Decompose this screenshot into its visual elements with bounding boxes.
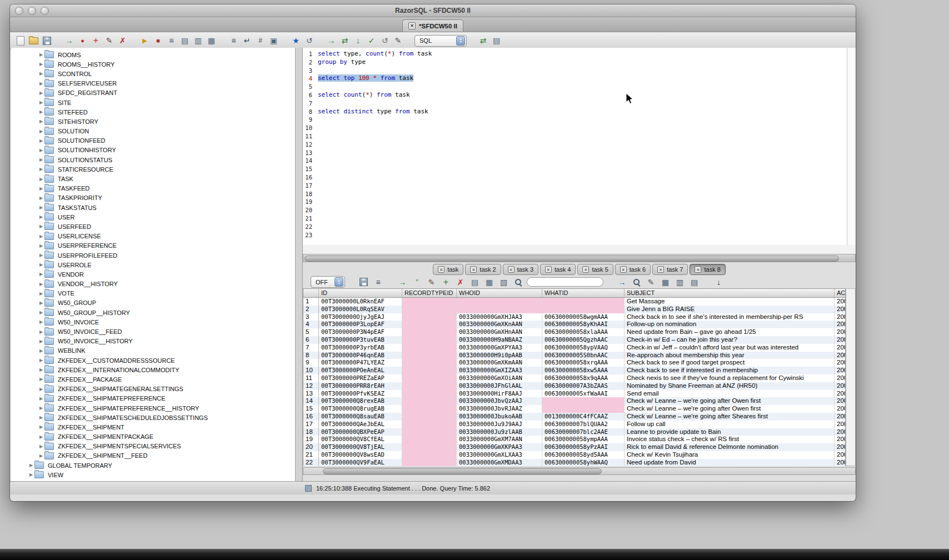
cell-ac[interactable]: 200 [835, 344, 845, 352]
tree-item-zkfedex__package[interactable]: ▶ZKFEDEX__PACKAGE [11, 374, 295, 384]
disclosure-triangle-icon[interactable]: ▶ [38, 253, 44, 258]
cell-ac[interactable]: 200 [835, 321, 845, 328]
edit-document-icon[interactable]: ✎ [392, 35, 404, 47]
result-tab-task-7[interactable]: ✕task 7 [652, 264, 688, 275]
cell-whoid[interactable]: 0033000000GmXM7AAN [457, 436, 542, 443]
cell-ac[interactable]: 200 [835, 443, 845, 451]
max-rows-select[interactable]: OFF▲▼ [311, 276, 345, 288]
close-result-tab-icon[interactable]: ✕ [470, 266, 477, 273]
cell-recordtypeid[interactable] [402, 405, 457, 413]
tree-item-zkfedex__shipmatepreference[interactable]: ▶ZKFEDEX__SHIPMATEPREFERENCE [11, 394, 295, 403]
tree-item-solutionfeed[interactable]: ▶SOLUTIONFEED [11, 136, 295, 146]
resubmit-icon[interactable]: ⇄ [339, 35, 351, 47]
cell-whoid[interactable]: 0033000000HirF8AAJ [457, 390, 542, 398]
cell-recordtypeid[interactable] [402, 352, 457, 359]
cell-recordtypeid[interactable] [402, 359, 457, 367]
save-results-icon[interactable] [358, 276, 369, 288]
cell-id[interactable]: 00T3000000L0RqSEAV [319, 306, 402, 313]
cell-whatid[interactable]: 006300000058xrqAAA [542, 359, 625, 367]
sql-mode-select[interactable]: SQL▲▼ [414, 35, 467, 47]
cell-id[interactable]: 00T3000000PRR8rEAH [319, 382, 402, 390]
tree-item-zkfedex__shipmatepreference__history[interactable]: ▶ZKFEDEX__SHIPMATEPREFERENCE__HISTORY [11, 403, 295, 413]
line-numbers-icon[interactable]: # [254, 35, 266, 47]
cell-recordtypeid[interactable] [402, 382, 457, 390]
cell-ac[interactable]: 200 [835, 328, 845, 336]
disclosure-triangle-icon[interactable]: ▶ [38, 243, 44, 248]
check-syntax-icon[interactable]: ✓ [366, 35, 377, 47]
cell-subject[interactable]: Leanne to provide update to Bain [625, 428, 835, 436]
sql-mode-select-stepper-icon[interactable]: ▲▼ [456, 36, 465, 46]
cell-id[interactable]: 00T3000000OjyJgEAJ [319, 313, 402, 321]
tree-item-selfserviceuser[interactable]: ▶SELFSERVICEUSER [11, 79, 295, 88]
tree-item-task[interactable]: ▶TASK [11, 174, 295, 183]
cell-id[interactable]: 00T3000000Q8sauEAB [319, 413, 402, 421]
open-file-icon[interactable] [28, 35, 39, 47]
cell-ac[interactable]: 200 [835, 451, 845, 459]
query-builder-icon[interactable]: ▣ [268, 35, 279, 47]
find-all-icon[interactable] [631, 276, 642, 288]
align-left-icon[interactable]: ≡ [228, 35, 239, 47]
cell-whoid[interactable]: 0033000000JbukoAAB [457, 413, 542, 421]
quote-values-icon[interactable]: " [411, 276, 423, 288]
cell-id[interactable]: 00T3000000POeAnEAL [319, 367, 402, 374]
tree-item-vote[interactable]: ▶VOTE [11, 289, 295, 298]
disclosure-triangle-icon[interactable]: ▶ [28, 472, 34, 477]
cell-whatid[interactable]: 00630000007blc2AAE [542, 428, 625, 436]
tree-item-solutionstatus[interactable]: ▶SOLUTIONSTATUS [11, 155, 295, 164]
tree-item-w50_invoice[interactable]: ▶W50_INVOICE [11, 317, 295, 327]
cell-whatid[interactable]: 006300000058xlaAAA [542, 328, 625, 336]
cell-recordtypeid[interactable] [402, 328, 457, 336]
cell-ac[interactable]: 200 [835, 313, 845, 321]
cell-whatid[interactable] [542, 298, 625, 306]
disclosure-triangle-icon[interactable]: ▶ [38, 62, 44, 67]
text-view-icon[interactable]: ▥ [674, 276, 686, 288]
cell-whatid[interactable] [542, 397, 625, 405]
cell-whoid[interactable]: 0033000000Ju9zlAAB [457, 428, 542, 436]
cell-id[interactable]: 00T3000000PREZaEAP [319, 374, 402, 382]
cell-ac[interactable]: 200 [835, 306, 845, 313]
copy-cell-icon[interactable]: ▤ [469, 276, 481, 288]
tree-item-global temporary[interactable]: ▶GLOBAL TEMPORARY [11, 461, 295, 470]
minimize-window-button[interactable] [28, 7, 36, 15]
tree-item-w50_invoice__history[interactable]: ▶W50_INVOICE__HISTORY [11, 337, 295, 346]
result-tab-task-5[interactable]: ✕task 5 [577, 264, 613, 275]
cell-ac[interactable]: 200 [835, 459, 845, 466]
disclosure-triangle-icon[interactable]: ▶ [38, 348, 44, 353]
tree-item-weblink[interactable]: ▶WEBLINK [11, 346, 295, 356]
disclosure-triangle-icon[interactable]: ▶ [38, 109, 44, 114]
column-header-subject[interactable]: SUBJECT [625, 289, 835, 297]
result-tab-task-3[interactable]: ✕task 3 [503, 264, 538, 275]
cell-subject[interactable]: Need update from David [625, 459, 835, 466]
tree-item-zkfedex__shipment__feed[interactable]: ▶ZKFEDEX__SHIPMENT__FEED [11, 451, 295, 461]
cell-whatid[interactable]: 006300000058ypVAAQ [542, 344, 625, 352]
tree-item-user[interactable]: ▶USER [11, 212, 295, 222]
tree-item-zkfedex__shipmatescheduledjobssettings[interactable]: ▶ZKFEDEX__SHIPMATESCHEDULEDJOBSSETTINGS [11, 413, 295, 422]
disclosure-triangle-icon[interactable]: ▶ [38, 367, 44, 372]
cell-ac[interactable]: 200 [835, 359, 845, 367]
paste-icon[interactable]: ▥ [192, 35, 204, 47]
stop-execution-icon[interactable]: ■ [152, 35, 164, 47]
result-tab-task-2[interactable]: ✕task 2 [465, 264, 501, 275]
edit-connection-icon[interactable]: ✎ [103, 35, 115, 47]
cell-recordtypeid[interactable] [402, 336, 457, 344]
new-file-icon[interactable] [14, 35, 26, 47]
close-result-tab-icon[interactable]: ✕ [508, 266, 515, 273]
document-tab[interactable]: ✕ *SFDCW50 II [402, 19, 463, 32]
cell-subject[interactable]: Re-approach about membership this year [625, 352, 835, 359]
connect-icon[interactable]: → [63, 35, 75, 47]
max-rows-select-stepper-icon[interactable]: ▲▼ [334, 277, 343, 287]
cell-whoid[interactable]: 0033000000GmXKnAAN [457, 321, 542, 328]
cell-id[interactable]: 00T3000000P46qnEAB [319, 352, 402, 359]
tree-item-zkfedex__shipment[interactable]: ▶ZKFEDEX__SHIPMENT [11, 422, 295, 432]
tree-item-taskstatus[interactable]: ▶TASKSTATUS [11, 203, 295, 212]
cell-whatid[interactable]: 00630000005S0bnAAC [542, 352, 625, 359]
tree-item-w50_group[interactable]: ▶W50_GROUP [11, 298, 295, 308]
tree-item-rooms[interactable]: ▶ROOMS [11, 50, 295, 59]
cell-subject[interactable]: Follow-up on nomination [625, 321, 835, 328]
cell-recordtypeid[interactable] [402, 459, 457, 466]
cell-id[interactable]: 00T3000000QBXPeEAP [319, 428, 402, 436]
editor-horizontal-scrollbar[interactable] [303, 254, 856, 262]
zoom-window-button[interactable] [41, 7, 49, 15]
sql-editor[interactable]: 1234567891011121314151617181920212223 se… [303, 48, 856, 245]
cell-recordtypeid[interactable] [402, 344, 457, 352]
